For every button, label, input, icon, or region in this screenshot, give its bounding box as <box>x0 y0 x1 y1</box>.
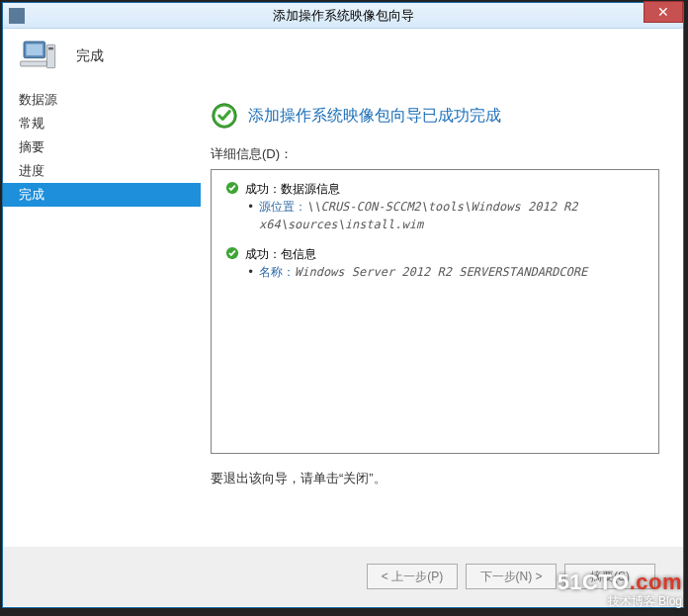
header: 完成 <box>3 29 683 84</box>
detail-item: 成功：包信息 • 名称：Windows Server 2012 R2 SERVE… <box>225 245 645 281</box>
detail-sub-value: \\CRUS-CON-SCCM2\tools\Windows 2012 R2 x… <box>259 200 578 231</box>
check-icon <box>225 181 239 195</box>
summary-button: 摘要(S) <box>564 564 655 589</box>
sidebar-item-datasource[interactable]: 数据源 <box>3 88 201 112</box>
check-icon <box>225 246 239 260</box>
bullet-icon: • <box>247 198 254 216</box>
app-icon <box>9 8 25 24</box>
close-button[interactable]: ✕ <box>644 1 683 23</box>
success-icon <box>211 102 238 130</box>
svg-rect-4 <box>21 61 47 66</box>
detail-item: 成功：数据源信息 • 源位置：\\CRUS-CON-SCCM2\tools\Wi… <box>225 180 645 233</box>
bullet-icon: • <box>247 263 254 281</box>
detail-sub-value: Windows Server 2012 R2 SERVERSTANDARDCOR… <box>295 265 587 279</box>
window-title: 添加操作系统映像包向导 <box>273 7 414 25</box>
detail-sub-label: 名称： <box>259 265 295 279</box>
sidebar-item-general[interactable]: 常规 <box>3 112 201 135</box>
exit-hint: 要退出该向导，请单击“关闭”。 <box>211 470 659 487</box>
titlebar: 添加操作系统映像包向导 ✕ <box>3 3 683 29</box>
svg-rect-3 <box>48 47 53 50</box>
wizard-window: 添加操作系统映像包向导 ✕ 完成 数据源 常规 摘要 进度 完成 <box>2 2 684 608</box>
detail-sub: • 名称：Windows Server 2012 R2 SERVERSTANDA… <box>245 263 645 281</box>
sidebar-item-complete[interactable]: 完成 <box>3 183 201 207</box>
next-button: 下一步(N) > <box>466 564 557 589</box>
page-title: 完成 <box>76 47 104 65</box>
footer: < 上一步(P) 下一步(N) > 摘要(S) <box>3 547 683 606</box>
sidebar-item-summary[interactable]: 摘要 <box>3 135 201 159</box>
status-row: 添加操作系统映像包向导已成功完成 <box>211 102 659 130</box>
detail-sub: • 源位置：\\CRUS-CON-SCCM2\tools\Windows 201… <box>245 198 645 233</box>
svg-rect-1 <box>27 44 43 56</box>
detail-item-title: 成功：包信息 <box>245 247 316 261</box>
detail-label: 详细信息(D)： <box>211 145 659 163</box>
sidebar-item-progress[interactable]: 进度 <box>3 159 201 183</box>
body: 数据源 常规 摘要 进度 完成 添加操作系统映像包向导已成功完成 详细信息(D)… <box>3 84 683 547</box>
detail-item-title: 成功：数据源信息 <box>245 182 340 196</box>
prev-button: < 上一步(P) <box>367 564 458 589</box>
computer-icon <box>19 37 58 76</box>
sidebar: 数据源 常规 摘要 进度 完成 <box>3 84 201 547</box>
status-text: 添加操作系统映像包向导已成功完成 <box>248 106 501 127</box>
detail-sub-label: 源位置： <box>259 200 306 214</box>
main-panel: 添加操作系统映像包向导已成功完成 详细信息(D)： 成功：数据源信息 • 源位置… <box>201 84 683 547</box>
detail-box[interactable]: 成功：数据源信息 • 源位置：\\CRUS-CON-SCCM2\tools\Wi… <box>211 169 659 454</box>
